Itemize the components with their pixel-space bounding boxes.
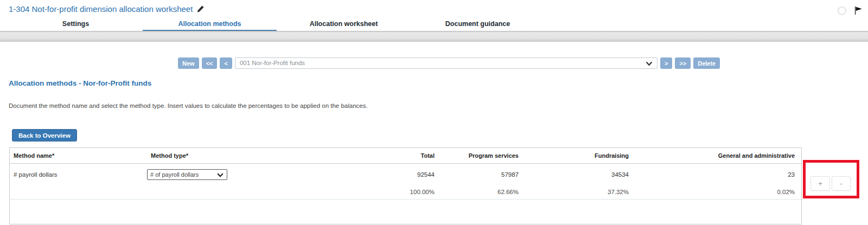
header-method-name: Method name* <box>10 152 147 159</box>
header-general-admin: General and administrative <box>629 152 801 159</box>
table-header-row: Method name* Method type* Total Program … <box>10 148 801 164</box>
header-method-type: Method type* <box>147 152 301 159</box>
tab-allocation-methods[interactable]: Allocation methods <box>143 18 277 31</box>
chevron-down-icon <box>646 61 653 66</box>
general-admin-percent: 0.02% <box>629 189 801 195</box>
record-select-value: 001 Nor-for-Profit funds <box>235 58 657 68</box>
page-title: 1-304 Not-for-profit dimension allocatio… <box>9 4 193 14</box>
record-select[interactable]: 001 Nor-for-Profit funds <box>235 57 658 69</box>
tab-bar: Settings Allocation methods Allocation w… <box>9 18 545 31</box>
table-row: # payroll dollars # of payroll dollars 9… <box>10 164 801 185</box>
last-record-button[interactable]: >> <box>675 57 691 69</box>
prev-record-button[interactable]: < <box>220 57 232 69</box>
fundraising-percent: 37.32% <box>519 189 629 195</box>
fundraising-value[interactable]: 34534 <box>519 171 629 178</box>
remove-row-button[interactable]: - <box>832 176 851 191</box>
method-type-select[interactable]: # of payroll dollars <box>147 169 227 180</box>
header-total: Total <box>301 152 435 159</box>
tab-allocation-worksheet[interactable]: Allocation worksheet <box>277 18 411 31</box>
add-row-button[interactable]: + <box>810 176 830 191</box>
total-value[interactable]: 92544 <box>301 171 435 178</box>
allocation-methods-table: Method name* Method type* Total Program … <box>9 147 802 224</box>
first-record-button[interactable]: << <box>202 57 218 69</box>
tab-document-guidance[interactable]: Document guidance <box>411 18 545 31</box>
total-percent: 100.00% <box>301 189 435 195</box>
method-type-value: # of payroll dollars <box>148 170 227 179</box>
program-services-value[interactable]: 57987 <box>435 171 519 178</box>
flag-icon[interactable] <box>853 5 864 16</box>
circle-outline-icon <box>838 7 846 15</box>
header-fundraising: Fundraising <box>519 152 629 159</box>
table-percent-row: 100.00% 62.66% 37.32% 0.02% <box>10 185 801 200</box>
back-to-overview-button[interactable]: Back to Overview <box>12 129 77 142</box>
delete-record-button[interactable]: Delete <box>693 57 720 69</box>
next-record-button[interactable]: > <box>660 57 672 69</box>
method-name-value[interactable]: # payroll dollars <box>10 171 147 178</box>
chevron-down-icon <box>217 173 224 177</box>
allocation-worksheet-page: 1-304 Not-for-profit dimension allocatio… <box>0 0 868 225</box>
pencil-icon[interactable] <box>196 5 205 13</box>
section-heading: Allocation methods - Nor-for-Profit fund… <box>9 79 151 87</box>
toolbar-band <box>0 31 868 42</box>
general-admin-value[interactable]: 23 <box>629 171 801 178</box>
tab-settings[interactable]: Settings <box>9 18 143 31</box>
header-program-services: Program services <box>435 152 519 159</box>
section-description: Document the method name and select the … <box>9 102 368 109</box>
new-record-button[interactable]: New <box>178 57 199 69</box>
header-actions <box>838 5 864 16</box>
record-navigator: New << < 001 Nor-for-Profit funds > >> D… <box>178 57 720 69</box>
page-header: 1-304 Not-for-profit dimension allocatio… <box>9 4 205 14</box>
method-type-cell: # of payroll dollars <box>147 169 301 180</box>
program-services-percent: 62.66% <box>435 189 519 195</box>
